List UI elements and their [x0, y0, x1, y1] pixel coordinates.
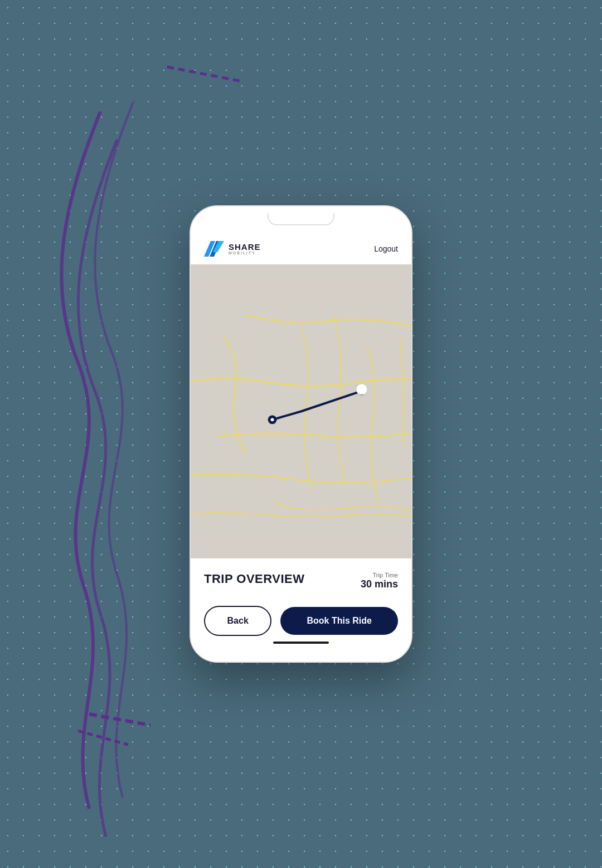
logo-name: SHARE — [229, 243, 261, 251]
phone-device: SHARE MOBILITY Logout — [190, 205, 412, 663]
logo-text: SHARE MOBILITY — [229, 243, 261, 255]
home-indicator — [273, 642, 329, 644]
trip-time-value: 30 mins — [361, 578, 398, 590]
svg-point-10 — [359, 387, 365, 392]
trip-overview-title: TRIP OVERVIEW — [204, 572, 305, 586]
map-container — [191, 264, 411, 558]
back-button[interactable]: Back — [204, 606, 271, 636]
map-svg — [191, 264, 411, 558]
button-row: Back Book This Ride — [204, 606, 398, 636]
svg-line-0 — [167, 67, 240, 81]
trip-overview-row: TRIP OVERVIEW Trip Time 30 mins — [204, 572, 398, 590]
svg-line-1 — [89, 714, 151, 725]
app-header: SHARE MOBILITY Logout — [191, 234, 411, 264]
logo-icon — [204, 241, 224, 257]
book-ride-button[interactable]: Book This Ride — [280, 607, 398, 635]
trip-time-label: Trip Time — [361, 572, 398, 578]
logout-button[interactable]: Logout — [374, 244, 398, 253]
logo-tagline: MOBILITY — [229, 251, 261, 255]
phone-content: SHARE MOBILITY Logout — [191, 206, 411, 662]
svg-point-11 — [360, 394, 364, 396]
bottom-panel: TRIP OVERVIEW Trip Time 30 mins Back Boo… — [191, 558, 411, 662]
trip-time-block: Trip Time 30 mins — [361, 572, 398, 590]
phone-mockup: SHARE MOBILITY Logout — [190, 205, 412, 663]
svg-line-2 — [78, 731, 128, 745]
phone-notch — [268, 213, 334, 225]
logo-area: SHARE MOBILITY — [204, 241, 261, 257]
svg-point-8 — [271, 418, 274, 421]
